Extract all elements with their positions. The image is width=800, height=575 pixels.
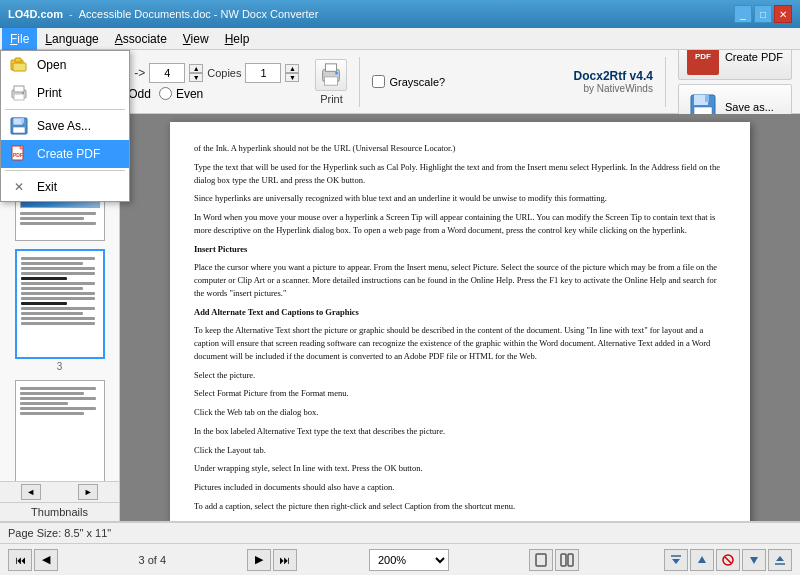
last-page-button[interactable]: ⏭ xyxy=(273,549,297,571)
view-buttons xyxy=(529,549,579,571)
close-button[interactable]: ✕ xyxy=(774,5,792,23)
title-bar-left: LO4D.com - Accessible Documents.doc - NW… xyxy=(8,8,318,20)
thumb-img-3[interactable] xyxy=(15,249,105,359)
copies-up-arrow[interactable]: ▲ xyxy=(285,64,299,73)
menu-createpdf[interactable]: PDF Create PDF xyxy=(1,140,129,168)
menu-item-view[interactable]: View xyxy=(175,28,217,50)
radio-even-label[interactable]: Even xyxy=(159,87,203,101)
para-3: Since hyperlinks are universally recogni… xyxy=(194,192,726,205)
bottom-toolbar: ⏮ ◀ 3 of 4 ▶ ⏭ 200% 50% 75% 100% 150% 30… xyxy=(0,543,800,575)
createpdf-label: Create PDF xyxy=(37,147,100,161)
radio-even[interactable] xyxy=(159,87,172,100)
menu-open[interactable]: Open xyxy=(1,51,129,79)
grayscale-section: Grayscale? xyxy=(372,75,445,88)
print-button[interactable] xyxy=(315,59,347,91)
thumbnail-3[interactable]: 3 xyxy=(4,249,115,372)
svg-rect-22 xyxy=(536,554,546,566)
single-page-view-button[interactable] xyxy=(529,549,553,571)
section-alternate-text: Add Alternate Text and Captions to Graph… xyxy=(194,306,726,319)
para-2: Type the text that will be used for the … xyxy=(194,161,726,187)
first-page-button[interactable]: ⏮ xyxy=(8,549,32,571)
open-icon xyxy=(9,55,29,75)
saveas-icon xyxy=(9,116,29,136)
thumb-img-4[interactable] xyxy=(15,380,105,481)
para-12: Under wrapping style, select In line wit… xyxy=(194,462,726,475)
sidebar-right-arrow[interactable]: ► xyxy=(78,484,98,500)
title-bar: LO4D.com - Accessible Documents.doc - NW… xyxy=(0,0,800,28)
svg-marker-32 xyxy=(776,556,784,561)
go-to-top-button[interactable] xyxy=(664,549,688,571)
printer-svg xyxy=(318,61,344,89)
page-range-to[interactable] xyxy=(149,63,185,83)
svg-rect-21 xyxy=(705,95,709,102)
svg-rect-23 xyxy=(561,554,566,566)
separator-1 xyxy=(359,57,360,107)
next-page-button[interactable]: ▶ xyxy=(247,549,271,571)
svg-marker-30 xyxy=(750,557,758,564)
stop-button[interactable] xyxy=(716,549,740,571)
svg-rect-4 xyxy=(14,86,24,92)
para-10: In the box labeled Alternative Text type… xyxy=(194,425,726,438)
content-scroll[interactable]: of the Ink. A hyperlink should not be th… xyxy=(120,114,800,521)
menu-item-language[interactable]: Language xyxy=(37,28,106,50)
menu-language-label: Language xyxy=(45,32,98,46)
svg-marker-27 xyxy=(698,556,706,563)
go-to-bottom-button[interactable] xyxy=(768,549,792,571)
para-8: Select Format Picture from the Format me… xyxy=(194,387,726,400)
print-label-text: Print xyxy=(320,93,343,105)
para-15: Type the Caption text and press the OK b… xyxy=(194,519,726,522)
menu-print[interactable]: Print xyxy=(1,79,129,107)
page-info: 3 of 4 xyxy=(138,554,166,566)
range-arrow: -> xyxy=(134,66,145,80)
dual-page-view-button[interactable] xyxy=(555,549,579,571)
page-size-label: Page Size: xyxy=(8,527,61,539)
radio-odd-text: Odd xyxy=(128,87,151,101)
grayscale-text: Grayscale? xyxy=(389,76,445,88)
save-as-label: Save as... xyxy=(725,101,774,113)
nav-buttons-left: ⏮ ◀ xyxy=(8,549,58,571)
grayscale-label[interactable]: Grayscale? xyxy=(372,75,445,88)
minimize-button[interactable]: _ xyxy=(734,5,752,23)
print-section: Print xyxy=(315,59,347,105)
to-up-arrow[interactable]: ▲ xyxy=(189,64,203,73)
para-5: Place the cursor where you want a pictur… xyxy=(194,261,726,299)
prev-page-button[interactable]: ◀ xyxy=(34,549,58,571)
menu-file-label: File xyxy=(10,32,29,46)
page-content: of the Ink. A hyperlink should not be th… xyxy=(170,122,750,521)
separator-2 xyxy=(665,57,666,107)
thumbnail-4[interactable]: 4 xyxy=(4,380,115,481)
print-label: Print xyxy=(37,86,62,100)
go-down-button[interactable] xyxy=(742,549,766,571)
thumb-lines-3 xyxy=(17,251,103,331)
menu-item-help[interactable]: Help xyxy=(217,28,258,50)
nav-buttons-right: ▶ ⏭ xyxy=(247,549,297,571)
createpdf-icon: PDF xyxy=(9,144,29,164)
svg-point-17 xyxy=(336,71,339,74)
to-down-arrow[interactable]: ▼ xyxy=(189,73,203,82)
print-menu-icon xyxy=(9,83,29,103)
menu-item-associate[interactable]: Associate xyxy=(107,28,175,50)
copies-input[interactable] xyxy=(245,63,281,83)
file-dropdown-menu: Open Print xyxy=(0,50,130,202)
svg-point-6 xyxy=(22,92,24,94)
go-up-button[interactable] xyxy=(690,549,714,571)
menu-exit[interactable]: ✕ Exit xyxy=(1,173,129,201)
para-1: of the Ink. A hyperlink should not be th… xyxy=(194,142,726,155)
grayscale-checkbox[interactable] xyxy=(372,75,385,88)
title-separator: - xyxy=(69,8,73,20)
maximize-button[interactable]: □ xyxy=(754,5,772,23)
svg-text:PDF: PDF xyxy=(13,152,23,158)
para-11: Click the Layout tab. xyxy=(194,444,726,457)
saveas-label: Save As... xyxy=(37,119,91,133)
para-7: Select the picture. xyxy=(194,369,726,382)
svg-marker-26 xyxy=(672,559,680,564)
exit-icon: ✕ xyxy=(9,177,29,197)
title-bar-controls: _ □ ✕ xyxy=(734,5,792,23)
copies-down-arrow[interactable]: ▼ xyxy=(285,73,299,82)
zoom-select[interactable]: 200% 50% 75% 100% 150% 300% xyxy=(369,549,449,571)
menu-item-file[interactable]: File xyxy=(2,28,37,50)
menu-saveas[interactable]: Save As... xyxy=(1,112,129,140)
para-9: Click the Web tab on the dialog box. xyxy=(194,406,726,419)
sidebar-left-arrow[interactable]: ◄ xyxy=(21,484,41,500)
page-size-value: 8.5" x 11" xyxy=(64,527,111,539)
